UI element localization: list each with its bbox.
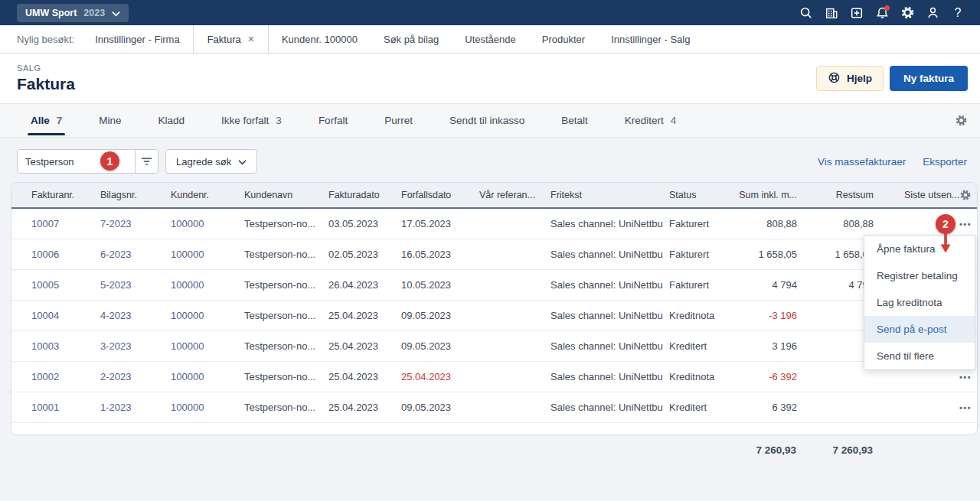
column-header-5[interactable]: Forfallsdato [401,190,479,200]
free-text: Sales channel: UniNettbu [550,402,669,413]
table-settings-icon[interactable] [959,189,978,201]
due-date: 09.05.2023 [401,310,479,321]
voucher-number-link[interactable]: 5-2023 [100,279,171,291]
mass-invoices-link[interactable]: Vis massefakturaer [818,156,906,168]
row-actions-button[interactable]: ••• [959,372,978,382]
nav-item-2[interactable]: Kundenr. 100000 [282,25,358,53]
row-actions-button[interactable]: ••• [959,403,978,412]
topbar-icons: ? [796,3,968,23]
help-icon[interactable]: ? [948,3,968,23]
free-text: Sales channel: UniNettbu [550,218,669,229]
tab-betalt[interactable]: Betalt [561,104,588,137]
column-header-0[interactable]: Fakturanr. [31,190,100,200]
export-link[interactable]: Eksporter [923,156,967,168]
settings-icon[interactable] [897,3,917,23]
voucher-number-link[interactable]: 4-2023 [100,310,171,321]
voucher-number-link[interactable]: 1-2023 [100,402,171,413]
nav-item-5[interactable]: Produkter [542,25,585,53]
table-row: 100022-2023100000Testperson-no...25.04.2… [11,362,977,392]
invoice-number-link[interactable]: 10004 [31,310,100,321]
saved-searches-button[interactable]: Lagrede søk [165,149,257,174]
menu-item-send-p-e-post[interactable]: Send på e-post [864,316,975,343]
tab-ikke-forfalt[interactable]: Ikke forfalt3 [221,104,282,137]
profile-icon[interactable] [923,3,942,23]
invoice-number-link[interactable]: 10005 [31,279,100,291]
recently-visited-bar: Nylig besøkt: Innstillinger - FirmaFaktu… [0,25,980,54]
company-selector[interactable]: UMW Sport 2023 [17,4,129,22]
tab-mine[interactable]: Mine [99,104,121,137]
invoice-number-link[interactable]: 10006 [31,249,100,260]
table-body: 100077-2023100000Testperson-no...03.05.2… [11,209,977,423]
add-icon[interactable] [847,3,867,23]
nav-item-3[interactable]: Søk på bilag [384,25,439,53]
row-actions-button[interactable]: ••• [959,220,978,229]
customer-number: 100000 [171,310,244,321]
column-header-3[interactable]: Kundenavn [244,190,328,200]
menu-item-send-til-flere[interactable]: Send til flere [864,343,975,369]
column-header-4[interactable]: Fakturadato [328,190,401,200]
new-invoice-button[interactable]: Ny faktura [890,66,968,91]
search-icon[interactable] [796,3,816,23]
help-button[interactable]: Hjelp [816,66,884,91]
nav-item-0[interactable]: Innstillinger - Firma [95,25,180,53]
tab-label: Alle [31,115,50,126]
tab-alle[interactable]: Alle7 [31,104,62,137]
column-header-10[interactable]: Restsum [797,190,874,200]
column-header-1[interactable]: Bilagsnr. [100,190,171,200]
due-date: 09.05.2023 [401,340,479,352]
company-icon[interactable] [822,3,841,23]
invoice-number-link[interactable]: 10001 [31,402,100,413]
voucher-number-link[interactable]: 6-2023 [100,249,171,260]
tabs-settings-icon[interactable] [955,104,968,137]
notifications-icon[interactable] [872,3,892,23]
sum-incl-vat: -6 392 [732,371,797,382]
menu-item-registrer-betaling[interactable]: Registrer betaling [864,262,975,289]
tab-sendt-til-inkasso[interactable]: Sendt til inkasso [449,104,524,137]
due-date: 09.05.2023 [401,402,479,413]
due-date: 25.04.2023 [401,371,479,382]
column-header-7[interactable]: Fritekst [550,190,669,200]
column-header-9[interactable]: Sum inkl. m... [732,190,797,200]
invoice-list-page: { "topbar": { "company": "UMW Sport", "y… [0,0,980,501]
customer-number: 100000 [171,249,244,260]
totals-row: 7 260,93 7 260,93 [11,443,978,456]
filter-icon[interactable] [135,150,158,173]
invoice-date: 02.05.2023 [328,249,401,260]
chevron-down-icon [112,6,120,20]
close-icon[interactable]: × [248,33,254,45]
sum-incl-vat: 1 658,05 [732,249,797,260]
tab-label: Kladd [158,115,185,126]
table-row: 100011-2023100000Testperson-no...25.04.2… [11,392,977,423]
tab-kladd[interactable]: Kladd [158,104,185,137]
invoice-date: 25.04.2023 [328,371,401,382]
invoice-number-link[interactable]: 10007 [31,218,100,229]
tab-label: Betalt [561,115,588,126]
menu-item-lag-kreditnota[interactable]: Lag kreditnota [864,289,975,316]
voucher-number-link[interactable]: 7-2023 [100,218,171,229]
invoice-date: 26.04.2023 [328,279,401,291]
status-tabs-bar: Alle7MineKladdIkke forfalt3ForfaltPurret… [0,103,980,138]
invoice-number-link[interactable]: 10003 [31,340,100,352]
free-text: Sales channel: UniNettbu [550,279,669,291]
invoice-number-link[interactable]: 10002 [31,371,100,382]
table-row: 100066-2023100000Testperson-no...02.05.2… [11,239,977,270]
column-header-11[interactable]: Siste utsen... [874,190,959,200]
menu-item--pne-faktura[interactable]: Åpne faktura [864,236,975,262]
tab-label: Kreditert [625,115,664,126]
column-header-6[interactable]: Vår referan... [479,190,550,200]
nav-item-4[interactable]: Utestående [465,25,516,53]
rest-sum: 1 658,05 [797,249,874,260]
column-header-2[interactable]: Kundenr. [171,190,244,200]
tab-kreditert[interactable]: Kreditert4 [625,104,677,137]
tab-forfalt[interactable]: Forfalt [318,104,348,137]
fiscal-year: 2023 [83,8,105,18]
tab-purret[interactable]: Purret [384,104,413,137]
nav-item-6[interactable]: Innstillinger - Salg [611,25,690,53]
table-header-row: Fakturanr.Bilagsnr.Kundenr.KundenavnFakt… [11,183,977,209]
voucher-number-link[interactable]: 2-2023 [100,371,171,382]
column-header-8[interactable]: Status [669,190,732,200]
nav-tab-active[interactable]: Faktura× [193,25,269,53]
voucher-number-link[interactable]: 3-2023 [100,340,171,352]
tab-label: Mine [99,115,121,126]
chevron-down-icon [238,156,247,168]
